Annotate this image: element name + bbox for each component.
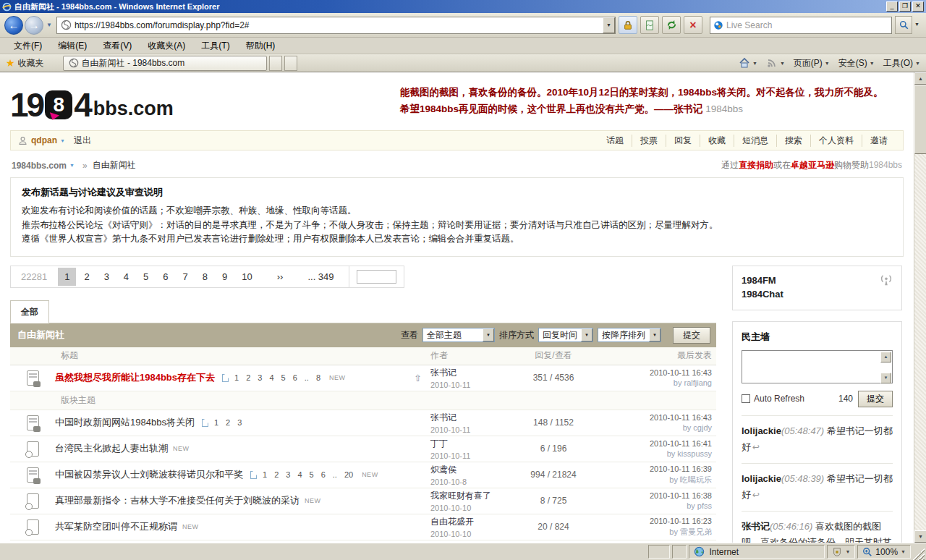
command-item[interactable]: 页面(P)▼ <box>794 57 830 69</box>
thread-page-link[interactable]: 1 <box>263 470 267 479</box>
nav-link[interactable]: 邀请 <box>862 135 896 147</box>
stop-button[interactable]: × <box>684 16 702 34</box>
site-logo[interactable]: 19 8 4 bbs.com <box>10 81 174 123</box>
last-post-author[interactable]: by pfss <box>593 501 712 510</box>
thread-page-link[interactable]: 1 <box>234 373 239 382</box>
menu-item[interactable]: 查看(V) <box>95 38 140 54</box>
menu-item[interactable]: 工具(T) <box>193 38 237 54</box>
thread-page-link[interactable]: .. <box>305 373 309 382</box>
protected-mode-button[interactable]: ▼ <box>827 545 855 559</box>
reply-arrow-icon[interactable]: ↩ <box>752 442 760 452</box>
resize-grip[interactable] <box>913 548 925 560</box>
nav-link[interactable]: 个人资料 <box>810 135 862 147</box>
url-field[interactable]: https://1984bbs.com/forumdisplay.php?fid… <box>56 17 616 34</box>
thread-title-link[interactable]: 虽然我想尽我所能让1984bbs存在下去 <box>55 371 215 384</box>
favorites-star-icon[interactable]: ★ <box>6 57 15 69</box>
thread-author-link[interactable]: 炽鸢侯 <box>430 464 514 476</box>
thread-page-link[interactable]: 5 <box>281 373 286 382</box>
vertical-scrollbar[interactable]: ▲ ▼ <box>914 72 926 543</box>
page-number[interactable]: 8 <box>196 268 214 286</box>
page-number[interactable]: 3 <box>98 268 116 286</box>
sort-select[interactable]: 回复时间 ▼ <box>538 328 593 342</box>
search-box[interactable]: Live Search <box>710 17 892 34</box>
page-number[interactable]: 10 <box>235 268 258 286</box>
view-select[interactable]: 全部主题 ▼ <box>422 328 495 342</box>
compatibility-view-button[interactable] <box>640 16 659 34</box>
wall-message-user[interactable]: lolijackie <box>742 425 781 436</box>
minimize-button[interactable]: _ <box>886 1 898 12</box>
home-button[interactable]: ▼ <box>739 57 757 69</box>
donate-amazon-link[interactable]: 卓越亚马逊 <box>791 160 834 170</box>
last-post-author[interactable]: by ralfjiang <box>593 378 712 387</box>
nav-link[interactable]: 回复 <box>666 135 700 147</box>
feeds-button[interactable]: ▼ <box>766 57 785 69</box>
menu-item[interactable]: 收藏夹(A) <box>140 38 193 54</box>
thread-page-link[interactable]: 3 <box>237 418 242 427</box>
scrollbar-thumb[interactable] <box>914 85 926 154</box>
page-number[interactable]: 7 <box>177 268 195 286</box>
zoom-control[interactable]: 100% ▼ <box>857 545 911 559</box>
thread-page-link[interactable]: 2 <box>246 373 250 382</box>
page-jump-input[interactable] <box>357 270 396 284</box>
wall-message-user[interactable]: lolijackie <box>742 473 781 484</box>
history-dropdown-icon[interactable]: ▼ <box>46 22 52 28</box>
thread-author-link[interactable]: 自由花盛开 <box>430 516 514 528</box>
thread-title-link[interactable]: 真理部最新指令：吉林大学不准接受任何关于刘晓波的采访 <box>55 494 300 507</box>
thread-page-link[interactable]: 20 <box>344 470 353 479</box>
menu-item[interactable]: 帮助(H) <box>238 38 284 54</box>
new-tab-stub[interactable] <box>269 56 282 71</box>
pagination-last[interactable]: ... 349 <box>301 268 340 286</box>
nav-link[interactable]: 短消息 <box>734 135 776 147</box>
thread-page-link[interactable]: .. <box>333 470 337 479</box>
nav-link[interactable]: 投票 <box>632 135 666 147</box>
filter-submit-button[interactable]: 提交 <box>673 327 710 344</box>
favorites-label[interactable]: 收藏夹 <box>18 57 44 69</box>
menu-item[interactable]: 文件(F) <box>6 38 50 54</box>
tab-list-stub[interactable] <box>284 56 297 71</box>
tab-all[interactable]: 全部 <box>10 300 49 323</box>
breadcrumb-dropdown-icon[interactable]: ▼ <box>69 163 75 168</box>
thread-page-link[interactable]: 2 <box>274 470 279 479</box>
breadcrumb-root-link[interactable]: 1984bbs.com <box>12 161 67 171</box>
thread-title-link[interactable]: 中国时政新闻网站1984bbs将关闭 <box>55 416 195 429</box>
pagination-next[interactable]: ›› <box>271 268 290 286</box>
scroll-down-icon[interactable]: ▼ <box>880 373 891 383</box>
command-item[interactable]: 安全(S)▼ <box>838 57 875 69</box>
forward-button[interactable]: → <box>25 16 43 35</box>
nav-link[interactable]: 收藏 <box>700 135 734 147</box>
thread-page-link[interactable]: 6 <box>321 470 326 479</box>
wall-message-user[interactable]: 张书记 <box>742 521 770 532</box>
page-number[interactable]: 4 <box>117 268 135 286</box>
thread-page-link[interactable]: 1 <box>214 418 218 427</box>
back-button[interactable]: ← <box>4 16 23 35</box>
nav-link[interactable]: 搜索 <box>776 135 810 147</box>
thread-page-link[interactable]: 2 <box>226 418 230 427</box>
url-dropdown-icon[interactable]: ▼ <box>603 17 615 33</box>
scroll-down-arrow-icon[interactable]: ▼ <box>914 530 926 543</box>
page-number[interactable]: 2 <box>77 268 95 286</box>
last-post-author[interactable]: by 雷曼兄弟 <box>593 527 712 538</box>
thread-author-link[interactable]: 我家旺财有喜了 <box>430 490 514 502</box>
last-post-author[interactable]: by cgjdy <box>593 423 712 432</box>
menu-item[interactable]: 编辑(E) <box>50 38 95 54</box>
thread-author-link[interactable]: 丁丁 <box>430 438 514 450</box>
last-post-author[interactable]: by 吃喝玩乐 <box>593 475 712 485</box>
thread-page-link[interactable]: 6 <box>293 373 297 382</box>
username-dropdown-icon[interactable]: ▼ <box>60 138 65 143</box>
thread-title-link[interactable]: 共军某防空团叫停不正规称谓 <box>55 520 177 533</box>
refresh-button[interactable] <box>662 16 681 34</box>
order-select[interactable]: 按降序排列 ▼ <box>598 328 661 342</box>
thread-title-link[interactable]: 中国被囚禁异议人士刘晓波获得诺贝尔和平奖 <box>55 468 243 481</box>
thread-page-link[interactable]: 8 <box>316 373 320 382</box>
page-number[interactable]: 5 <box>137 268 155 286</box>
link-1984fm[interactable]: 1984FM <box>742 273 893 287</box>
reply-arrow-icon[interactable]: ↩ <box>752 490 760 500</box>
username-link[interactable]: qdpan <box>31 135 57 145</box>
page-number[interactable]: 1 <box>58 268 76 286</box>
thread-page-link[interactable]: 4 <box>297 470 302 479</box>
thread-page-link[interactable]: 3 <box>258 373 262 382</box>
logout-link[interactable]: 退出 <box>74 135 91 147</box>
wall-message-input[interactable] <box>742 350 893 383</box>
wall-submit-button[interactable]: 提交 <box>858 391 893 407</box>
last-post-author[interactable]: by kisspussy <box>593 449 712 458</box>
